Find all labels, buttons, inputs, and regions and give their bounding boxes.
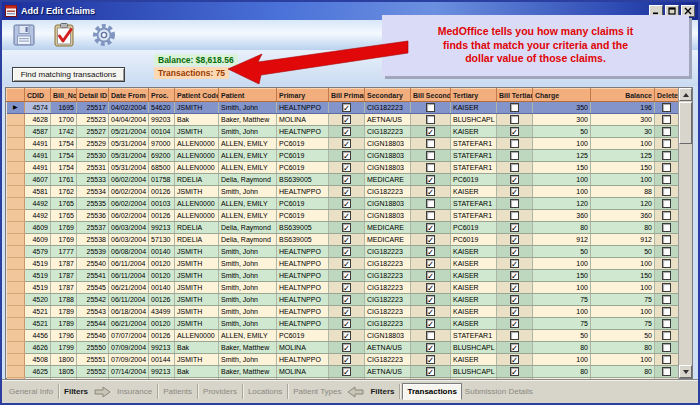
cell-detail_id[interactable]: 25529 (77, 138, 109, 150)
cell-date_from[interactable]: 06/21/2004 (109, 318, 149, 330)
cell-date_from[interactable]: 06/02/2004 (109, 198, 149, 210)
cell-detail_id[interactable]: 25531 (77, 162, 109, 174)
cell-tertiary[interactable]: KAISER (451, 270, 497, 282)
tab-providers[interactable]: Providers (200, 385, 240, 398)
cell-patient_code[interactable]: JSMITH (175, 186, 219, 198)
cell-detail_id[interactable]: 25552 (77, 366, 109, 378)
table-row[interactable]: 445617962554607/07/200400126ALLEN0000ALL… (7, 330, 679, 342)
cell-charge[interactable]: 100 (533, 138, 591, 150)
bill-tertiary-checkbox[interactable]: ✓ (510, 319, 519, 328)
cell-charge[interactable]: 100 (533, 282, 591, 294)
bill-primary-checkbox[interactable]: ✓ (342, 259, 351, 268)
cell-tertiary[interactable]: KAISER (451, 258, 497, 270)
cell-patient_code[interactable]: JSMITH (175, 270, 219, 282)
cell-patient[interactable]: Smith, John (219, 126, 277, 138)
cell-bill_no[interactable]: 1777 (51, 246, 77, 258)
tab-general-info[interactable]: General Info (6, 385, 56, 398)
cell-tertiary[interactable]: PC6019 (451, 174, 497, 186)
cell-balance[interactable]: 75 (591, 318, 655, 330)
row-selector[interactable] (7, 198, 25, 210)
cell-detail_id[interactable]: 25527 (77, 126, 109, 138)
cell-tertiary[interactable]: STATEFAR1 (451, 198, 497, 210)
column-header-proc-[interactable]: Proc. (149, 89, 175, 102)
delete-checkbox[interactable] (662, 235, 671, 244)
cell-date_from[interactable]: 05/31/2004 (109, 150, 149, 162)
cell-bill_no[interactable]: 1796 (51, 330, 77, 342)
column-header-cdid[interactable]: CDID (25, 89, 51, 102)
cell-cdid[interactable]: 4519 (25, 258, 51, 270)
cell-proc[interactable]: 97000 (149, 138, 175, 150)
cell-date_from[interactable]: 04/04/2004 (109, 114, 149, 126)
cell-primary[interactable]: PC6019 (277, 330, 329, 342)
bill-primary-checkbox[interactable]: ✓ (342, 175, 351, 184)
cell-patient_code[interactable]: Bak (175, 342, 219, 354)
delete-checkbox[interactable] (662, 295, 671, 304)
cell-cdid[interactable]: 4609 (25, 222, 51, 234)
cell-primary[interactable]: PC6019 (277, 138, 329, 150)
table-row[interactable]: 449217652553506/02/200400103ALLEN0000ALL… (7, 198, 679, 210)
cell-primary[interactable]: PC6019 (277, 162, 329, 174)
cell-charge[interactable]: 80 (533, 222, 591, 234)
bill-secondary-checkbox[interactable] (426, 151, 435, 160)
cell-patient[interactable]: Smith, John (219, 282, 277, 294)
bill-tertiary-checkbox[interactable]: ✓ (510, 235, 519, 244)
table-row[interactable]: 449217652553606/02/200400126ALLEN0000ALL… (7, 210, 679, 222)
table-row[interactable]: 452017882554206/11/200400126JSMITHSmith,… (7, 294, 679, 306)
cell-charge[interactable]: 75 (533, 318, 591, 330)
cell-tertiary[interactable]: BLUSHCAPL (451, 114, 497, 126)
bill-tertiary-checkbox[interactable]: ✓ (510, 343, 519, 352)
cell-charge[interactable]: 300 (533, 114, 591, 126)
cell-proc[interactable]: 00140 (149, 246, 175, 258)
table-row[interactable]: 460917692553706/03/200499213RDELIADelia,… (7, 222, 679, 234)
cell-detail_id[interactable]: 25551 (77, 354, 109, 366)
bill-secondary-checkbox[interactable]: ✓ (426, 187, 435, 196)
cell-tertiary[interactable]: KAISER (451, 126, 497, 138)
table-row[interactable]: 460917692553806/03/200457130RDELIADelia,… (7, 234, 679, 246)
table-row[interactable]: 449117542553105/31/200468500ALLEN0000ALL… (7, 162, 679, 174)
cell-tertiary[interactable]: STATEFAR1 (451, 150, 497, 162)
delete-checkbox[interactable] (662, 355, 671, 364)
cell-balance[interactable]: 75 (591, 294, 655, 306)
cell-bill_no[interactable]: 1742 (51, 126, 77, 138)
table-row[interactable]: 451917872554006/11/200400120JSMITHSmith,… (7, 258, 679, 270)
cell-secondary[interactable]: AETNA/US (365, 366, 411, 378)
cell-bill_no[interactable]: 1761 (51, 174, 77, 186)
cell-balance[interactable]: 196 (591, 102, 655, 114)
cell-cdid[interactable]: 4456 (25, 330, 51, 342)
settings-button[interactable] (90, 22, 118, 48)
bill-primary-checkbox[interactable]: ✓ (342, 343, 351, 352)
cell-detail_id[interactable]: 25538 (77, 234, 109, 246)
cell-cdid[interactable]: 4607 (25, 174, 51, 186)
row-selector[interactable] (7, 246, 25, 258)
cell-charge[interactable]: 120 (533, 198, 591, 210)
cell-patient[interactable]: Baker, Matthew (219, 366, 277, 378)
row-selector[interactable] (7, 294, 25, 306)
cell-cdid[interactable]: 4587 (25, 126, 51, 138)
cell-date_from[interactable]: 06/18/2004 (109, 306, 149, 318)
bill-primary-checkbox[interactable]: ✓ (342, 139, 351, 148)
bill-tertiary-checkbox[interactable] (510, 151, 519, 160)
cell-cdid[interactable]: 4579 (25, 246, 51, 258)
cell-cdid[interactable]: 4609 (25, 234, 51, 246)
cell-proc[interactable]: 00126 (149, 330, 175, 342)
cell-primary[interactable]: BS639005 (277, 234, 329, 246)
cell-bill_no[interactable]: 1805 (51, 366, 77, 378)
cell-patient[interactable]: ALLEN, EMILY (219, 150, 277, 162)
cell-cdid[interactable]: 4491 (25, 138, 51, 150)
cell-charge[interactable]: 360 (533, 210, 591, 222)
cell-date_from[interactable]: 06/11/2004 (109, 258, 149, 270)
cell-bill_no[interactable]: 1695 (51, 102, 77, 114)
bill-tertiary-checkbox[interactable]: ✓ (510, 295, 519, 304)
cell-proc[interactable]: 00104 (149, 126, 175, 138)
cell-patient[interactable]: Delia, Raymond (219, 222, 277, 234)
cell-tertiary[interactable]: KAISER (451, 306, 497, 318)
cell-balance[interactable]: 100 (591, 282, 655, 294)
find-matching-transactions-button[interactable]: Find matching transactions (12, 67, 125, 82)
cell-primary[interactable]: MOLINA (277, 342, 329, 354)
cell-proc[interactable]: 43499 (149, 306, 175, 318)
bill-secondary-checkbox[interactable] (426, 139, 435, 148)
cell-primary[interactable]: HEALTNPPO (277, 294, 329, 306)
bill-tertiary-checkbox[interactable] (510, 163, 519, 172)
save-button[interactable] (10, 22, 38, 48)
bill-tertiary-checkbox[interactable]: ✓ (510, 223, 519, 232)
